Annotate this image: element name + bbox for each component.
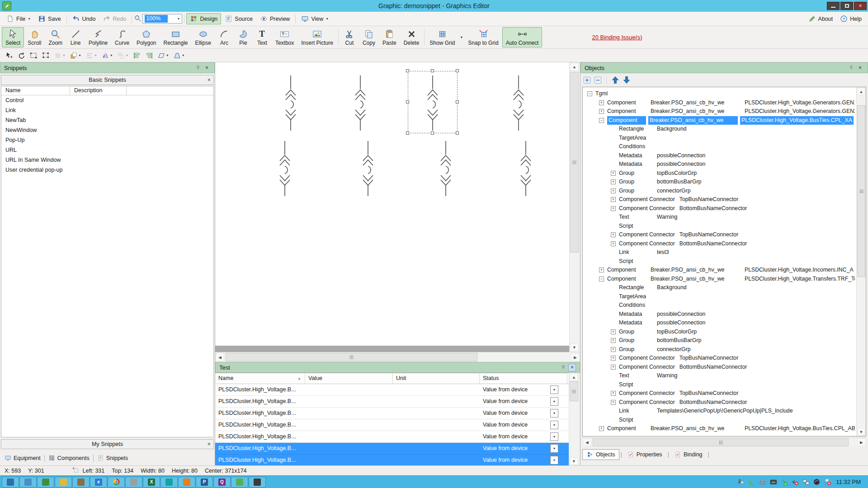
polygon-tool-button[interactable]: Polygon (133, 27, 160, 47)
insert-picture-tool-button[interactable]: Insert Picture (297, 27, 337, 47)
restore-button[interactable] (840, 2, 853, 10)
snippet-row[interactable]: URL In Same Window (1, 155, 213, 165)
status-dropdown-button[interactable]: ▼ (550, 397, 558, 406)
breaker-symbol-7[interactable] (438, 140, 454, 198)
tree-row[interactable]: +GrouptopBusColorGrp (584, 169, 855, 178)
selection-handle[interactable] (456, 100, 459, 103)
snippet-row[interactable]: URL (1, 145, 213, 155)
arrange-order-button[interactable]: ▼ (68, 50, 83, 61)
scroll-right-icon[interactable]: ▶ (857, 438, 866, 446)
status-dropdown-button[interactable]: ▼ (550, 421, 558, 429)
collapse-icon[interactable]: − (587, 91, 592, 96)
taskbar-app-9[interactable]: X (143, 477, 160, 488)
taskbar-app-7[interactable] (108, 477, 125, 488)
zoom-level-combobox[interactable]: 100%▼ (142, 14, 182, 23)
pin-icon[interactable] (194, 64, 202, 72)
close-icon[interactable]: × (856, 64, 864, 72)
chevron-down-icon[interactable]: ▼ (458, 36, 464, 39)
minimize-button[interactable] (827, 2, 840, 10)
expand-icon[interactable]: + (611, 197, 616, 202)
taskbar-app-5[interactable] (72, 477, 90, 488)
expand-icon[interactable]: + (611, 347, 616, 352)
tree-row[interactable]: +Component ConnectorTopBusNameConnector (584, 195, 855, 204)
test-vertical-scrollbar[interactable]: ▲ ▼ (569, 373, 579, 465)
tray-device-icon[interactable] (759, 478, 766, 486)
canvas-vertical-scrollbar[interactable]: ▲ ▼ (569, 62, 579, 352)
tree-row[interactable]: Script (584, 380, 855, 389)
pointer-plus-button[interactable] (4, 50, 14, 61)
tree-row[interactable]: +Component ConnectorBottomBusNameConnect… (584, 239, 855, 249)
close-icon[interactable]: × (208, 441, 211, 447)
scroll-tool-button[interactable]: Scroll (24, 27, 45, 47)
snippet-row[interactable]: Link (1, 105, 213, 115)
breaker-symbol-4[interactable] (510, 75, 527, 133)
expand-icon[interactable]: + (611, 232, 616, 237)
tree-row[interactable]: TextWarning (584, 213, 855, 222)
scrollbar-thumb[interactable] (857, 105, 865, 277)
preview-mode-button[interactable]: Preview (256, 13, 293, 24)
tree-row[interactable]: TextWarning (584, 371, 855, 380)
tree-vertical-scrollbar[interactable]: ▲ ▼ (856, 87, 866, 436)
tree-row[interactable]: RectangleBackground (584, 283, 855, 292)
expand-icon[interactable]: + (611, 171, 616, 176)
close-icon[interactable]: × (208, 77, 211, 83)
breaker-symbol-6[interactable] (360, 140, 376, 198)
tree-row[interactable]: +ComponentBreaker.PSO_ansi_cb_hv_wePLSDC… (584, 424, 855, 433)
pin-icon[interactable] (847, 64, 855, 72)
tray-vm-icon[interactable]: vm (769, 478, 777, 486)
status-dropdown-button[interactable]: ▼ (550, 385, 558, 394)
tray-usb-icon[interactable] (780, 478, 788, 486)
selection-handle[interactable] (406, 69, 409, 72)
taskbar-app-13[interactable]: Q (213, 477, 231, 488)
close-icon[interactable]: × (203, 64, 211, 72)
tree-row[interactable]: +Component ConnectorBottomBusNameConnect… (584, 204, 855, 213)
scrollbar-thumb[interactable] (226, 353, 477, 361)
tree-row[interactable]: +ComponentBreaker.PSO_ansi_cb_hv_wePLSDC… (584, 99, 855, 108)
tree-row[interactable]: +Component ConnectorTopBusNameConnector (584, 354, 855, 363)
scroll-right-icon[interactable]: ▶ (571, 353, 580, 361)
source-mode-button[interactable]: Source (221, 13, 256, 24)
tree-row[interactable]: LinkTemplates\GenericPopUp\!GenericPopUp… (584, 407, 855, 416)
tray-app-icon[interactable] (813, 478, 821, 486)
tab-equipment[interactable]: Equipment (2, 453, 43, 463)
expand-icon[interactable]: + (599, 109, 604, 114)
zoom-tool-button[interactable]: Zoom (45, 27, 66, 47)
close-button[interactable]: × (854, 2, 867, 10)
tree-row[interactable]: +Component ConnectorBottomBusNameConnect… (584, 398, 855, 407)
tree-row[interactable]: MetadatapossibleConnection (584, 160, 855, 169)
column-header-status[interactable]: Status (480, 373, 567, 384)
test-row[interactable]: PLSDCluster.High_Voltage.B...Value from … (215, 384, 569, 396)
about-button[interactable]: About (805, 13, 837, 24)
expand-icon[interactable]: + (611, 179, 616, 184)
scroll-up-icon[interactable]: ▲ (857, 88, 865, 95)
snippet-row[interactable]: NewWindow (1, 125, 213, 135)
collapse-icon[interactable]: − (599, 277, 604, 282)
status-dropdown-button[interactable]: ▼ (550, 432, 558, 441)
delete-tool-button[interactable]: Delete (400, 27, 423, 47)
taskbar-app-10[interactable] (160, 477, 178, 488)
breaker-symbol-1[interactable] (283, 75, 299, 133)
copy-tool-button[interactable]: Copy (359, 27, 379, 47)
undo-button[interactable]: Undo (69, 13, 99, 24)
group-button[interactable]: ▼ (116, 50, 130, 61)
scroll-down-icon[interactable]: ▼ (570, 343, 579, 352)
taskbar-app-8[interactable] (125, 477, 142, 488)
taskbar-app-3[interactable] (37, 477, 54, 488)
snap-options-button[interactable]: ▼ (52, 50, 67, 61)
collapse-all-button[interactable] (594, 76, 602, 84)
breaker-symbol-8[interactable] (518, 140, 534, 198)
cut-tool-button[interactable]: Cut (340, 27, 359, 47)
test-row[interactable]: PLSDCluster.High_Voltage.B...Value from … (215, 419, 569, 431)
column-header-unit[interactable]: Unit (393, 373, 480, 384)
tree-row[interactable]: +ComponentBreaker.PSO_ansi_cb_hv_wePLSDC… (584, 107, 855, 116)
expand-icon[interactable]: + (611, 206, 616, 211)
expand-icon[interactable]: + (599, 267, 604, 272)
perspective-button[interactable]: ▼ (172, 50, 186, 61)
expand-icon[interactable]: + (611, 365, 616, 370)
align-button[interactable]: ▼ (84, 50, 99, 61)
tray-user-icon[interactable] (737, 478, 745, 486)
save-button[interactable]: Save (34, 13, 65, 24)
line-tool-button[interactable]: Line (66, 27, 85, 47)
taskbar-app-2[interactable] (19, 477, 37, 488)
scroll-up-icon[interactable]: ▲ (570, 373, 578, 381)
